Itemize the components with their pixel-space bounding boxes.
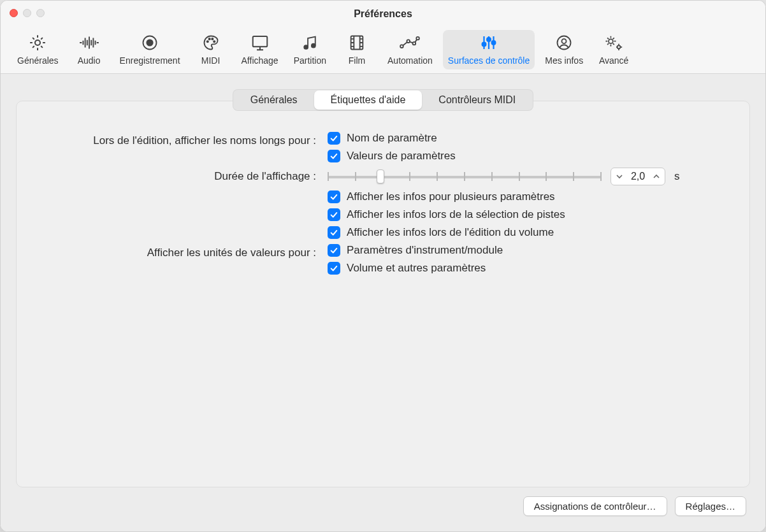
svg-point-31 <box>407 40 410 43</box>
toolbar-tab-audio[interactable]: Audio <box>69 30 110 69</box>
svg-point-13 <box>208 38 210 40</box>
svg-point-32 <box>413 42 416 45</box>
svg-point-15 <box>213 41 215 42</box>
chevron-up-icon[interactable] <box>651 173 662 180</box>
automation-icon <box>400 32 420 53</box>
sub-tab-general[interactable]: Générales <box>234 90 314 110</box>
window-title: Préférences <box>354 8 412 20</box>
toolbar-label: Automation <box>387 55 433 66</box>
toolbar-label: Affichage <box>242 55 278 66</box>
maximize-window-button[interactable] <box>36 9 45 17</box>
display-duration-stepper[interactable]: 2,0 <box>611 168 665 185</box>
music-notes-icon <box>301 32 319 53</box>
checkbox-label: Paramètres d'instrument/module <box>347 244 503 257</box>
waveform-icon <box>78 32 100 53</box>
toolbar-label: Enregistrement <box>120 55 180 66</box>
toolbar-tab-score[interactable]: Partition <box>289 30 331 69</box>
toolbar-label: Film <box>349 55 365 66</box>
titlebar: Préférences <box>1 1 765 27</box>
toolbar-tab-recording[interactable]: Enregistrement <box>115 30 185 69</box>
toolbar-tab-general[interactable]: Générales <box>12 30 64 69</box>
svg-point-41 <box>562 39 567 43</box>
sub-tab-help-tags[interactable]: Étiquettes d'aide <box>314 90 423 110</box>
display-duration-slider[interactable] <box>328 169 602 184</box>
toolbar-label: Générales <box>17 55 59 66</box>
gear-icon <box>28 32 47 53</box>
svg-point-39 <box>492 41 496 45</box>
checkbox-parameter-name[interactable] <box>328 132 340 145</box>
toolbar-label: Partition <box>294 55 326 66</box>
film-icon <box>348 32 366 53</box>
content-area: Générales Étiquettes d'aide Contrôleurs … <box>1 74 765 531</box>
toolbar-label: Surfaces de contrôle <box>448 55 530 66</box>
settings-panel: Lors de l'édition, afficher les noms lon… <box>16 101 750 487</box>
checkbox-track-select[interactable] <box>328 208 340 221</box>
svg-point-43 <box>618 45 621 48</box>
svg-point-14 <box>212 38 213 40</box>
stepper-value: 2,0 <box>626 171 649 182</box>
label-show-units: Afficher les unités de valeurs pour : <box>42 244 316 259</box>
toolbar-tab-display[interactable]: Affichage <box>236 30 284 69</box>
svg-point-38 <box>487 38 491 41</box>
checkbox-parameter-values[interactable] <box>328 150 340 162</box>
checkbox-label: Afficher les infos lors de l'édition du … <box>347 226 554 239</box>
svg-point-33 <box>417 37 420 40</box>
slider-thumb[interactable] <box>377 169 384 183</box>
svg-point-11 <box>147 40 152 45</box>
minimize-window-button[interactable] <box>23 9 31 17</box>
svg-point-42 <box>609 39 613 43</box>
toolbar-tab-my-info[interactable]: Mes infos <box>540 30 588 69</box>
sub-tab-midi-controllers[interactable]: Contrôleurs MIDI <box>422 90 532 110</box>
toolbar-tab-automation[interactable]: Automation <box>382 30 438 69</box>
toolbar-tab-movie[interactable]: Film <box>336 30 377 69</box>
toolbar-label: Mes infos <box>545 55 583 66</box>
toolbar-tab-midi[interactable]: MIDI <box>191 30 231 69</box>
checkbox-volume-other[interactable] <box>328 262 340 275</box>
svg-point-30 <box>401 45 404 48</box>
checkbox-multi-params[interactable] <box>328 191 340 203</box>
monitor-icon <box>250 32 270 53</box>
label-display-duration: Durée de l'affichage : <box>42 168 316 183</box>
checkbox-label: Afficher les infos lors de la sélection … <box>347 208 565 221</box>
toolbar-tab-advanced[interactable]: Avancé <box>593 30 634 69</box>
label-edit-long-names: Lors de l'édition, afficher les noms lon… <box>42 132 316 147</box>
sliders-icon <box>479 32 498 53</box>
svg-point-12 <box>206 41 208 42</box>
toolbar-label: Avancé <box>599 55 628 66</box>
gears-icon <box>603 32 624 53</box>
svg-rect-16 <box>252 36 267 47</box>
traffic-lights <box>10 9 45 17</box>
checkbox-label: Afficher les infos pour plusieurs paramè… <box>347 191 555 203</box>
checkbox-label: Nom de paramètre <box>347 132 437 145</box>
checkbox-label: Valeurs de paramètres <box>347 150 456 162</box>
record-icon <box>141 32 159 53</box>
controller-assignments-button[interactable]: Assignations de contrôleur… <box>523 496 667 516</box>
toolbar-label: MIDI <box>201 55 220 66</box>
svg-point-37 <box>482 43 486 47</box>
checkbox-volume-edit[interactable] <box>328 226 340 239</box>
checkbox-instrument-module[interactable] <box>328 244 340 257</box>
toolbar-label: Audio <box>78 55 101 66</box>
user-circle-icon <box>555 32 573 53</box>
toolbar-tab-control-surfaces[interactable]: Surfaces de contrôle <box>443 30 535 69</box>
unit-label: s <box>674 170 680 183</box>
checkbox-label: Volume et autres paramètres <box>347 262 486 275</box>
chevron-down-icon[interactable] <box>614 173 625 180</box>
svg-point-0 <box>35 40 40 45</box>
settings-button[interactable]: Réglages… <box>675 496 746 516</box>
close-window-button[interactable] <box>10 9 18 17</box>
sub-tabs: Générales Étiquettes d'aide Contrôleurs … <box>16 89 750 111</box>
preferences-window: Préférences Générales Audio Enregistreme… <box>0 0 766 532</box>
palette-icon <box>202 32 220 53</box>
preferences-toolbar: Générales Audio Enregistrement MIDI Affi <box>1 27 765 74</box>
footer-buttons: Assignations de contrôleur… Réglages… <box>16 487 750 520</box>
